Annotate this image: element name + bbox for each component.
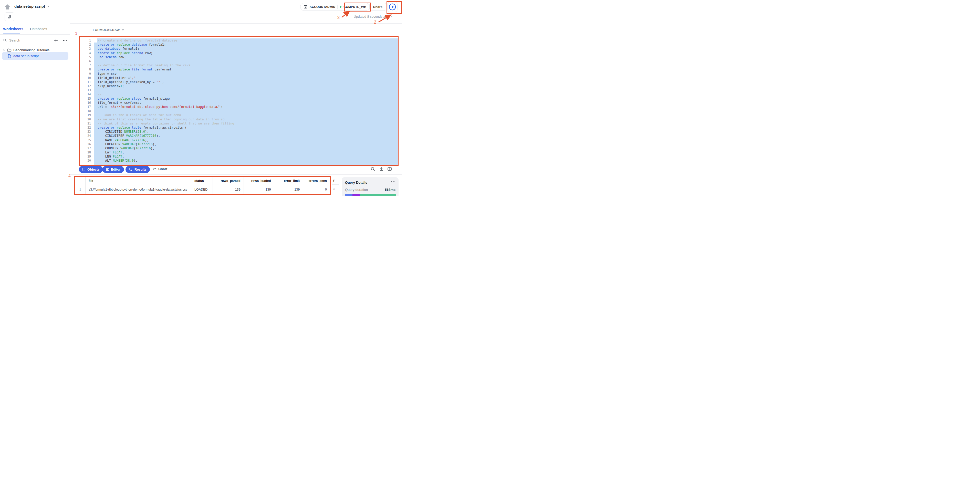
code-line[interactable]: 24 CIRCUITREF VARCHAR(16777216), (80, 134, 398, 138)
sidebar: Worksheets Databases Search (0, 23, 70, 196)
results-table[interactable]: filestatusrows_parsedrows_loadederror_li… (75, 177, 330, 194)
chart-tab[interactable]: Chart (153, 167, 167, 171)
page-title: data setup script (14, 4, 45, 8)
query-duration-value: 568ms (385, 188, 396, 192)
line-number: 21 (80, 121, 94, 126)
code-line[interactable]: 7-- define our file format for reading i… (80, 63, 398, 67)
add-worksheet-button[interactable] (54, 38, 58, 43)
search-results-button[interactable] (371, 167, 375, 171)
code-line[interactable]: 19-- load in the 8 tables we need for ou… (80, 113, 398, 117)
table-cell-error_limit[interactable]: 139 (274, 185, 303, 194)
column-header-rows_parsed[interactable]: rows_parsed (213, 177, 244, 185)
tab-databases[interactable]: Databases (30, 27, 47, 31)
download-results-button[interactable] (379, 167, 384, 171)
code-text: url = 's3://formula1-dbt-cloud-python-de… (94, 105, 398, 109)
split-view-button[interactable] (387, 167, 392, 171)
code-line[interactable]: 25 NAME VARCHAR(16777216), (80, 138, 398, 142)
table-cell-errors_seen[interactable]: 0 (303, 185, 330, 194)
table-row[interactable]: 1s3://formula1-dbt-cloud-python-demo/for… (75, 185, 330, 194)
code-line[interactable]: 21-- think of this as an empty container… (80, 121, 398, 126)
schema-context-selector[interactable]: FORMULA1.RAW (93, 28, 124, 32)
code-line[interactable]: 15create or replace stage formula1_stage (80, 97, 398, 101)
column-header-status[interactable]: status (191, 177, 213, 185)
code-line[interactable]: 26 LOCATION VARCHAR(16777216), (80, 142, 398, 146)
annotation-label-1: 1 (75, 31, 77, 36)
run-button[interactable] (387, 2, 398, 12)
query-details-title: Query Details (345, 181, 367, 185)
line-number: 26 (80, 142, 94, 146)
code-line[interactable]: 6 (80, 59, 398, 63)
code-line[interactable]: 1-- create and define our formula1 datab… (80, 38, 398, 43)
results-partial-column[interactable]: f n (332, 177, 339, 194)
line-number: 19 (80, 113, 94, 117)
home-button[interactable] (3, 3, 11, 11)
code-text: create or replace stage formula1_stage (94, 97, 398, 101)
database-cylinder-icon (82, 167, 86, 171)
updated-status-menu[interactable]: Updated 8 seconds ago (354, 14, 392, 18)
code-line[interactable]: 18 (80, 109, 398, 113)
code-line[interactable]: 30 ALT NUMBER(38,0), (80, 159, 398, 163)
results-toggle-button[interactable]: Results (126, 166, 150, 173)
code-line[interactable]: 4create or replace schema raw; (80, 51, 398, 55)
code-line[interactable]: 17url = 's3://formula1-dbt-cloud-python-… (80, 105, 398, 109)
code-line[interactable]: 8create or replace file format csvformat (80, 67, 398, 72)
table-cell-file[interactable]: s3://formula1-dbt-cloud-python-demo/form… (86, 185, 191, 194)
code-text: create or replace schema raw; (94, 51, 398, 55)
code-line[interactable]: 13 (80, 88, 398, 92)
filters-button[interactable] (5, 12, 14, 21)
query-details-menu-button[interactable] (391, 181, 396, 182)
column-header-error_limit[interactable]: error_limit (274, 177, 303, 185)
line-number: 8 (80, 67, 94, 72)
chevron-down-icon (390, 16, 392, 17)
code-line[interactable]: 20-- we are first creating the table the… (80, 117, 398, 121)
code-line[interactable]: 16file_format = csvformat (80, 101, 398, 105)
run-play-icon (388, 3, 396, 11)
code-text: field_optionally_enclosed_by = '"', (94, 80, 398, 84)
code-line[interactable]: 22create or replace table formula1.raw.c… (80, 126, 398, 130)
code-line[interactable]: 11field_optionally_enclosed_by = '"', (80, 80, 398, 84)
code-line[interactable]: 14-- (80, 92, 398, 96)
code-text: file_format = csvformat (94, 101, 398, 105)
code-text: NAME VARCHAR(16777216), (94, 138, 398, 142)
share-button[interactable]: Share (369, 3, 386, 11)
table-cell-rows_parsed[interactable]: 139 (213, 185, 244, 194)
code-text (94, 88, 398, 92)
code-line[interactable]: 2create or replace database formula1; (80, 43, 398, 47)
code-line[interactable]: 23 CIRCUITID NUMBER(38,0), (80, 130, 398, 134)
line-number: 14 (80, 92, 94, 96)
table-cell-status[interactable]: LOADED (191, 185, 213, 194)
line-number: 7 (80, 63, 94, 67)
code-line[interactable]: 5use schema raw; (80, 55, 398, 59)
more-options-button[interactable] (63, 38, 67, 43)
worksheet-title-menu[interactable]: data setup script (14, 4, 49, 8)
objects-toggle-button[interactable]: Objects (79, 166, 103, 173)
table-cell-rows_loaded[interactable]: 139 (244, 185, 274, 194)
partial-column-value: n (332, 185, 339, 194)
sidebar-item-data-setup-script[interactable]: data setup script (2, 52, 68, 60)
column-header-rows_loaded[interactable]: rows_loaded (244, 177, 274, 185)
code-line[interactable]: 29 LNG FLOAT, (80, 154, 398, 159)
code-text: -- define our file format for reading in… (94, 63, 398, 67)
worksheet-search[interactable]: Search (3, 37, 67, 43)
line-number: 25 (80, 138, 94, 142)
code-text: -- create and define our formula1 databa… (97, 38, 398, 43)
sql-editor[interactable]: 1-- create and define our formula1 datab… (80, 37, 398, 165)
tab-worksheets[interactable]: Worksheets (3, 27, 23, 31)
editor-toggle-button[interactable]: Editor (102, 166, 124, 173)
code-line[interactable]: 3use database formula1; (80, 47, 398, 51)
code-line[interactable]: 12skip_header=1; (80, 84, 398, 88)
line-number: 27 (80, 146, 94, 150)
code-line[interactable]: 28 LAT FLOAT, (80, 150, 398, 154)
line-number: 4 (80, 51, 94, 55)
query-duration-label: Query duration (345, 188, 368, 192)
code-line[interactable]: 10field_delimiter =',' (80, 76, 398, 80)
code-line[interactable]: 9type = csv (80, 72, 398, 76)
context-selector[interactable]: ACCOUNTADMIN COMPUTE_WH (300, 3, 370, 11)
column-header-file[interactable]: file (86, 177, 191, 185)
code-line[interactable] (80, 163, 398, 165)
snowsight-worksheet-app: data setup script ACCOUNTADMIN COMPUTE_W… (0, 0, 402, 196)
duration-bar-segment (345, 194, 352, 196)
column-header-errors_seen[interactable]: errors_seen (303, 177, 330, 185)
code-line[interactable]: 27 COUNTRY VARCHAR(16777216), (80, 146, 398, 150)
search-placeholder: Search (9, 38, 51, 42)
